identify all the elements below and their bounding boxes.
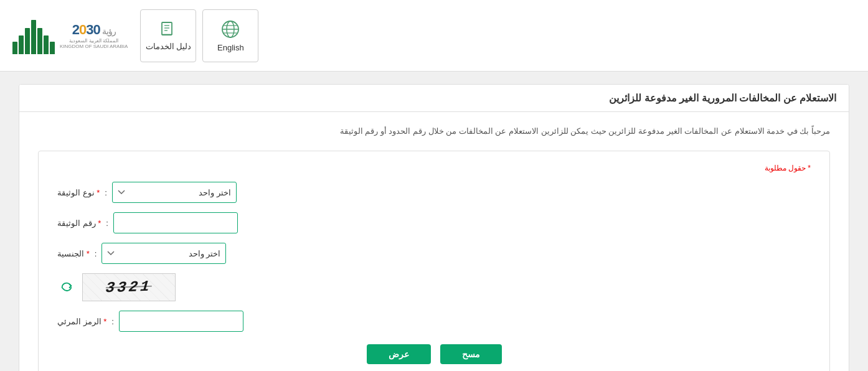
doc-number-row: : * رقم الوثيقة — [57, 212, 811, 233]
button-row: مسح عرض — [57, 344, 811, 364]
clear-button[interactable]: مسح — [440, 344, 502, 364]
refresh-icon — [60, 281, 73, 294]
main-content: الاستعلام عن المخالفات المرورية الغير مد… — [0, 72, 868, 371]
vision-logo: رؤية 2030 المملكة العربية السعودية KINGD… — [60, 22, 128, 49]
doc-type-req: * — [97, 188, 100, 197]
services-guide-button[interactable]: دليل الخدمات — [140, 9, 196, 62]
captcha-row: 3321 — [57, 273, 811, 301]
svg-rect-9 — [161, 34, 172, 35]
captcha-refresh-button[interactable] — [57, 278, 76, 297]
nationality-req: * — [87, 249, 90, 258]
card-header: الاستعلام عن المخالفات المرورية الغير مد… — [19, 85, 849, 112]
required-text: حقول مطلوبة — [765, 164, 806, 172]
doc-number-req: * — [98, 218, 101, 228]
visual-code-colon: : — [111, 317, 114, 326]
nationality-label: * الجنسية — [57, 249, 90, 258]
doc-type-colon: : — [105, 188, 107, 197]
form-section: * حقول مطلوبة اختر واحد جواز سفر هوية مق… — [38, 151, 830, 371]
nationality-row: اختر واحد : * الجنسية — [57, 243, 811, 264]
doc-type-row: اختر واحد جواز سفر هوية مقيم هوية زائر :… — [57, 182, 811, 203]
visual-code-req: * — [103, 317, 106, 326]
logo-area: رؤية 2030 المملكة العربية السعودية KINGD… — [12, 17, 128, 54]
english-button[interactable]: English — [202, 9, 258, 62]
kingdom-en-text: KINGDOM OF SAUDI ARABIA — [60, 44, 128, 49]
visual-code-input[interactable] — [119, 311, 243, 332]
globe-icon — [220, 19, 240, 39]
english-label: English — [217, 43, 244, 52]
bar-logo — [12, 17, 55, 54]
welcome-text: مرحباً بك في خدمة الاستعلام عن المخالفات… — [38, 124, 830, 138]
nationality-select[interactable]: اختر واحد — [101, 243, 226, 264]
captcha-image: 3321 — [82, 273, 176, 301]
services-guide-label: دليل الخدمات — [146, 42, 192, 51]
doc-type-select[interactable]: اختر واحد جواز سفر هوية مقيم هوية زائر — [112, 182, 237, 203]
captcha-text: 3321 — [105, 278, 153, 297]
nationality-colon: : — [95, 249, 97, 258]
required-note: * حقول مطلوبة — [57, 164, 811, 172]
card-body: مرحباً بك في خدمة الاستعلام عن المخالفات… — [19, 112, 849, 371]
svg-rect-5 — [162, 22, 172, 35]
submit-button[interactable]: عرض — [367, 344, 431, 364]
doc-type-label: * نوع الوثيقة — [57, 188, 100, 197]
doc-number-label: * رقم الوثيقة — [57, 218, 101, 228]
page-title: الاستعلام عن المخالفات المرورية الغير مد… — [609, 93, 836, 103]
doc-number-input[interactable] — [113, 212, 238, 233]
visual-code-label: * الرمز المرئي — [57, 317, 106, 326]
kingdom-text: المملكة العربية السعودية — [69, 38, 118, 44]
visual-code-row: : * الرمز المرئي — [57, 311, 811, 332]
main-card: الاستعلام عن المخالفات المرورية الغير مد… — [19, 84, 849, 371]
vision-year: رؤية 2030 — [72, 22, 116, 38]
header: English دليل الخدمات رؤية 2030 المملكة ا… — [0, 0, 868, 72]
required-asterisk: * — [808, 164, 811, 172]
doc-number-colon: : — [106, 218, 108, 228]
book-icon — [159, 21, 177, 38]
